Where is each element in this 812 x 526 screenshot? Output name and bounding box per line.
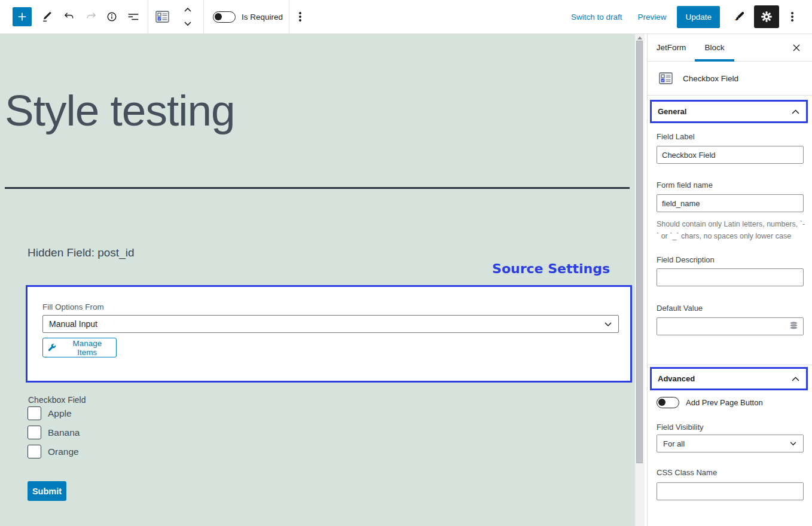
manage-items-button[interactable]: Manage Items: [42, 338, 117, 357]
toolbar-separator: [289, 0, 289, 33]
chevron-down-icon: [789, 441, 797, 446]
list-view-button[interactable]: [126, 10, 141, 24]
checkbox-option-row: Apple: [28, 406, 72, 420]
chevron-down-icon: [604, 322, 612, 327]
database-icon: [788, 320, 799, 332]
info-icon: [105, 10, 118, 23]
block-options-button[interactable]: [293, 10, 307, 24]
default-value-field: [657, 317, 804, 335]
field-visibility-value: For all: [663, 439, 685, 448]
field-label-label: Field Label: [657, 132, 695, 141]
is-required-label: Is Required: [242, 13, 283, 22]
form-field-name-input[interactable]: [657, 194, 804, 212]
separator-block[interactable]: [5, 187, 630, 189]
wrench-icon: [47, 342, 57, 353]
advanced-panel-header[interactable]: Advanced: [650, 367, 808, 390]
checkbox-banana[interactable]: [28, 426, 41, 439]
list-view-icon: [127, 10, 140, 23]
tab-block[interactable]: Block: [695, 34, 734, 62]
ellipsis-vertical-icon: [299, 16, 301, 18]
fill-options-value: Manual Input: [49, 319, 97, 329]
advanced-panel-title: Advanced: [658, 374, 695, 383]
chevron-down-icon: [182, 20, 193, 28]
pencil-icon: [41, 10, 54, 23]
field-description-input[interactable]: [657, 268, 804, 286]
manage-items-label: Manage Items: [62, 339, 112, 357]
settings-button[interactable]: [754, 5, 779, 28]
close-icon: [792, 43, 801, 53]
tools-button[interactable]: [40, 10, 54, 24]
details-button[interactable]: [105, 10, 119, 24]
toolbar-separator: [203, 0, 204, 33]
default-value-input[interactable]: [657, 317, 804, 335]
paintbrush-icon: [732, 10, 746, 24]
plus-icon: [16, 10, 29, 23]
form-field-name-label: Form field name: [657, 181, 713, 189]
field-visibility-select[interactable]: For all: [657, 435, 804, 452]
close-sidebar-button[interactable]: [789, 41, 804, 55]
add-prev-page-toggle[interactable]: [657, 397, 679, 408]
chevron-up-icon: [182, 5, 193, 14]
preview-link[interactable]: Preview: [637, 13, 666, 22]
fill-options-select[interactable]: Manual Input: [42, 315, 619, 333]
form-field-name-help: Should contain only Latin letters, numbe…: [657, 218, 807, 242]
move-down-button[interactable]: [181, 18, 195, 30]
switch-to-draft-link[interactable]: Switch to draft: [571, 13, 622, 22]
settings-sidebar: JetForm Block Checkbox Field General Fie…: [647, 34, 812, 526]
checkbox-option-label: Orange: [48, 447, 79, 457]
submit-button[interactable]: Submit: [28, 481, 66, 501]
source-settings-box: Fill Options From Manual Input Manage It…: [26, 285, 632, 383]
add-block-button[interactable]: [13, 7, 32, 26]
hidden-field-block[interactable]: Hidden Field: post_id: [28, 246, 135, 259]
is-required-toggle[interactable]: [213, 11, 236, 23]
checkbox-field-block-icon: [658, 71, 674, 85]
tab-jetform[interactable]: JetForm: [648, 34, 695, 62]
block-card-title: Checkbox Field: [683, 74, 738, 83]
sidebar-tabs: JetForm Block: [648, 34, 812, 62]
editor-canvas: Style testing Hidden Field: post_id Sour…: [0, 34, 635, 526]
scrollbar-thumb[interactable]: [636, 41, 643, 463]
vertical-scrollbar[interactable]: [635, 34, 645, 526]
ellipsis-vertical-icon: [791, 16, 793, 18]
redo-icon: [84, 10, 97, 23]
undo-icon: [63, 10, 76, 23]
default-value-label: Default Value: [657, 304, 703, 313]
block-type-button[interactable]: [154, 10, 171, 24]
style-customizer-button[interactable]: [731, 9, 747, 25]
move-up-button[interactable]: [181, 4, 195, 16]
field-description-label: Field Description: [657, 255, 715, 264]
checkbox-option-label: Banana: [48, 427, 80, 438]
checkbox-option-row: Orange: [28, 445, 79, 458]
gear-icon: [760, 10, 773, 23]
prev-page-toggle-row: Add Prev Page Button: [657, 397, 763, 408]
chevron-up-icon: [791, 109, 800, 115]
add-prev-page-label: Add Prev Page Button: [686, 398, 763, 407]
checkbox-apple[interactable]: [28, 406, 41, 420]
chevron-up-icon: [791, 376, 800, 382]
checkbox-field-block-icon: [155, 10, 170, 24]
toolbar-right-group: Switch to draft Preview Update: [571, 0, 798, 33]
options-menu-button[interactable]: [787, 10, 798, 24]
checkbox-option-row: Banana: [28, 426, 80, 439]
toolbar-separator: [148, 0, 148, 33]
field-visibility-label: Field Visibility: [657, 423, 704, 432]
block-card: Checkbox Field: [648, 62, 812, 96]
css-class-name-label: CSS Class Name: [657, 468, 717, 477]
checkbox-option-label: Apple: [48, 408, 72, 419]
dynamic-data-button[interactable]: [788, 320, 799, 332]
scrollbar-up-arrow[interactable]: [637, 36, 642, 39]
checkbox-field-label: Checkbox Field: [28, 395, 86, 405]
update-button[interactable]: Update: [677, 6, 720, 28]
checkbox-orange[interactable]: [28, 445, 41, 458]
fill-options-label: Fill Options From: [42, 302, 104, 311]
panel-divider: [648, 365, 812, 365]
source-settings-annotation: Source Settings: [0, 261, 610, 276]
post-title[interactable]: Style testing: [5, 85, 235, 136]
css-class-name-input[interactable]: [657, 482, 804, 500]
editor-toolbar: Is Required Switch to draft Preview Upda…: [0, 0, 812, 34]
field-label-input[interactable]: [657, 146, 804, 164]
redo-button[interactable]: [84, 10, 98, 24]
undo-button[interactable]: [62, 10, 77, 24]
general-panel-header[interactable]: General: [650, 100, 808, 123]
general-panel-title: General: [658, 107, 686, 116]
